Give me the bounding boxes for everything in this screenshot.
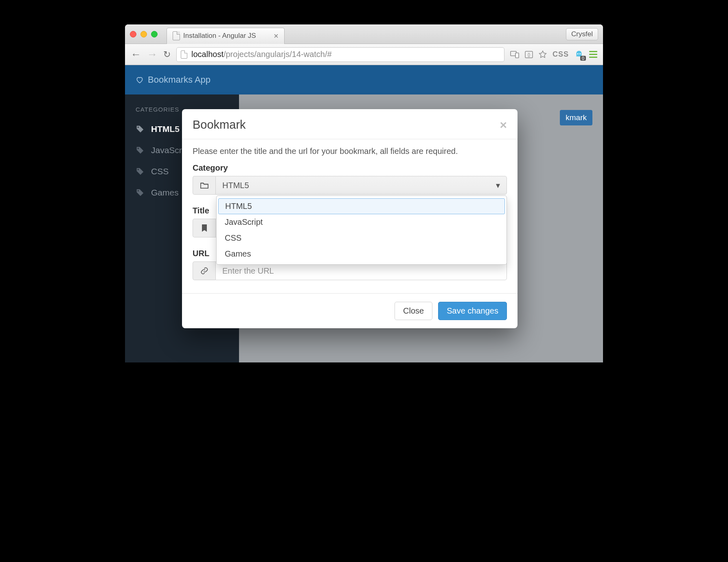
url-host: localhost: [191, 50, 224, 59]
category-dropdown: HTML5 JavaScript CSS Games: [216, 195, 507, 265]
category-option[interactable]: HTML5: [218, 198, 505, 214]
modal-body: Please enter the title and the url for y…: [182, 139, 517, 293]
svg-point-8: [138, 169, 139, 170]
tag-icon: [136, 167, 145, 176]
bookmark-modal: Bookmark × Please enter the title and th…: [182, 109, 517, 328]
tag-icon: [136, 188, 145, 197]
app-title: Bookmarks App: [148, 75, 211, 85]
code-icon[interactable]: {}: [525, 51, 533, 58]
category-option[interactable]: CSS: [217, 230, 507, 246]
modal-footer: Close Save changes: [182, 293, 517, 328]
modal-header: Bookmark ×: [182, 109, 517, 139]
profile-button[interactable]: Crysfel: [566, 28, 598, 40]
category-option[interactable]: JavaScript: [217, 214, 507, 230]
folder-icon: [193, 176, 215, 195]
svg-text:{}: {}: [528, 53, 531, 57]
app-viewport: Bookmarks App CATEGORIES HTML5 JavaScrip…: [125, 65, 603, 362]
address-bar[interactable]: localhost/projects/angularjs/14-watch/#: [176, 47, 504, 62]
close-tab-icon[interactable]: ×: [274, 32, 278, 40]
modal-intro: Please enter the title and the url for y…: [193, 147, 507, 156]
svg-point-9: [138, 190, 139, 191]
star-icon[interactable]: [539, 50, 547, 59]
new-bookmark-button[interactable]: kmark: [560, 110, 592, 125]
toolbar-icons: {} CSS 0: [510, 50, 597, 59]
chevron-down-icon: ▾: [496, 180, 500, 190]
close-icon[interactable]: ×: [500, 119, 507, 131]
browser-toolbar: ← → ↻ localhost/projects/angularjs/14-wa…: [125, 44, 603, 65]
tag-icon: [136, 125, 145, 134]
close-window-button[interactable]: [130, 31, 136, 37]
save-button[interactable]: Save changes: [438, 302, 507, 320]
ghostery-icon[interactable]: 0: [575, 50, 583, 59]
css-extension-icon[interactable]: CSS: [553, 50, 569, 59]
svg-point-6: [138, 127, 139, 128]
window-titlebar: Installation - Angular JS × Crysfel: [125, 24, 603, 44]
svg-point-5: [579, 53, 581, 54]
browser-window: Installation - Angular JS × Crysfel ← → …: [125, 24, 603, 362]
sidebar-item-label: CSS: [151, 167, 169, 176]
category-value: HTML5: [222, 181, 249, 190]
back-button[interactable]: ←: [131, 48, 141, 61]
close-button[interactable]: Close: [395, 302, 432, 320]
ghostery-count: 0: [580, 56, 586, 61]
sidebar-item-label: HTML5: [151, 124, 180, 134]
page-icon: [173, 31, 180, 40]
category-option[interactable]: Games: [217, 246, 507, 262]
reload-button[interactable]: ↻: [163, 49, 171, 60]
link-icon: [193, 261, 215, 280]
modal-title: Bookmark: [193, 118, 246, 132]
tab-title: Installation - Angular JS: [183, 32, 256, 40]
site-icon: [181, 50, 187, 59]
category-label: Category: [193, 163, 507, 173]
bookmark-icon: [193, 219, 215, 237]
minimize-window-button[interactable]: [140, 31, 147, 37]
devices-icon[interactable]: [510, 51, 519, 58]
svg-point-7: [138, 148, 139, 149]
forward-button[interactable]: →: [147, 48, 158, 61]
browser-tab[interactable]: Installation - Angular JS ×: [167, 28, 285, 44]
sidebar-item-label: Games: [151, 188, 179, 198]
category-select[interactable]: HTML5 ▾: [193, 176, 507, 195]
svg-rect-1: [515, 53, 519, 58]
url-path: /projects/angularjs/14-watch/#: [224, 50, 332, 59]
window-controls: [130, 31, 158, 37]
menu-icon[interactable]: [589, 51, 597, 58]
zoom-window-button[interactable]: [151, 31, 158, 37]
tag-icon: [136, 146, 145, 155]
app-navbar: Bookmarks App: [125, 65, 603, 94]
heart-icon: [136, 76, 144, 84]
svg-point-4: [577, 53, 579, 54]
